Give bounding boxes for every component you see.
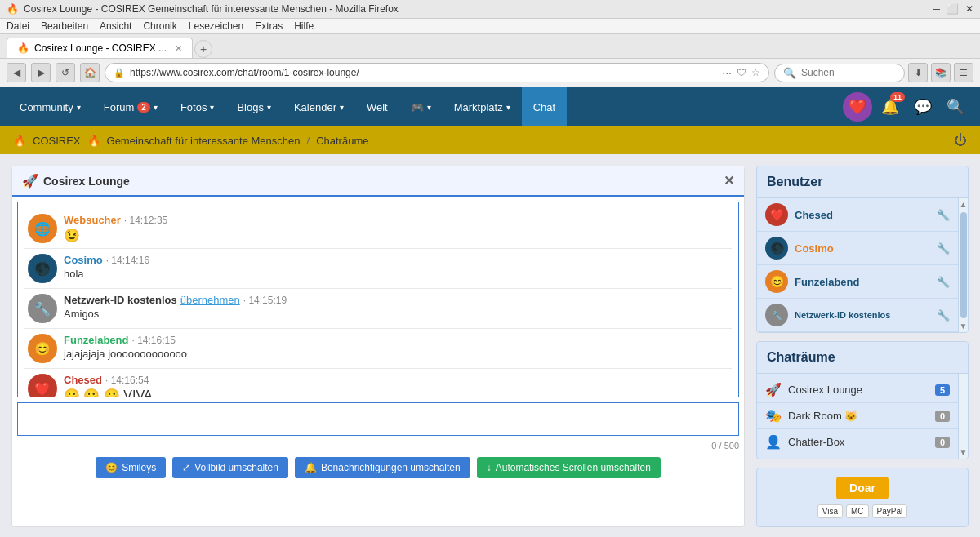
bookmark-icon[interactable]: ☆ — [751, 67, 760, 78]
bookmarks-button[interactable]: 📚 — [931, 63, 951, 82]
menu-datei[interactable]: Datei — [7, 20, 29, 32]
nav-chat[interactable]: Chat — [522, 87, 567, 126]
scroll-up-icon[interactable]: ▲ — [960, 200, 968, 209]
message-text: hola — [64, 268, 728, 280]
darkroom-name: Dark Room 🐱 — [788, 410, 929, 422]
chat-panel-close-button[interactable]: ✕ — [724, 173, 734, 189]
chat-input-field[interactable] — [18, 403, 738, 433]
browser-tab-active[interactable]: 🔥 Cosirex Lounge - COSIREX ... ✕ — [7, 38, 193, 58]
chatrooms-scroll-down-icon[interactable]: ▼ — [960, 448, 968, 457]
nav-marktplatz-label: Marktplatz — [454, 101, 503, 113]
power-icon[interactable]: ⏻ — [954, 133, 967, 148]
tab-close-icon[interactable]: ✕ — [175, 43, 182, 54]
menu-lesezeichen[interactable]: Lesezeichen — [189, 20, 243, 32]
nav-notifications-btn[interactable]: 🔔 11 — [874, 91, 906, 123]
menu-extras[interactable]: Extras — [255, 20, 283, 32]
close-btn[interactable]: ✕ — [965, 3, 973, 15]
back-button[interactable]: ◀ — [7, 63, 26, 82]
message-username[interactable]: Netzwerk-ID kostenlos — [64, 294, 177, 306]
minimize-btn[interactable]: ─ — [933, 3, 940, 15]
address-dots[interactable]: ··· — [722, 66, 732, 79]
smiley-icon: 😊 — [105, 462, 118, 473]
lounge-badge: 5 — [935, 384, 950, 396]
donar-button[interactable]: Doar — [836, 477, 889, 499]
message-username[interactable]: Chesed — [64, 374, 102, 386]
menu-bearbeiten[interactable]: Bearbeiten — [41, 20, 88, 32]
nav-kalender[interactable]: Kalender ▾ — [283, 87, 355, 126]
chat-message: ❤️ Chesed · 14:16:54 😀 😀 😀 VIVA — [24, 369, 732, 397]
download-button[interactable]: ⬇ — [908, 63, 928, 82]
netzwerk-wrench-icon[interactable]: 🔧 — [937, 309, 950, 322]
user-avatar-websucher: 🌐 — [28, 214, 57, 243]
menu-button[interactable]: ☰ — [954, 63, 973, 82]
user-item-funzelabend[interactable]: 😊 Funzelabend 🔧 — [757, 265, 958, 299]
message-username[interactable]: Funzelabend — [64, 334, 128, 346]
message-content: Websucher · 14:12:35 😉 — [64, 214, 728, 243]
nav-forum-label: Forum — [104, 101, 135, 113]
nav-blogs-label: Blogs — [237, 101, 264, 113]
chesed-wrench-icon[interactable]: 🔧 — [937, 209, 950, 221]
chesed-name: Chesed — [795, 209, 930, 221]
nav-search-btn[interactable]: 🔍 — [939, 91, 972, 123]
breadcrumb: 🔥 COSIREX 🔥 Gemeinschaft für interessant… — [0, 126, 980, 154]
chatroom-item-lounge[interactable]: 🚀 Cosirex Lounge 5 — [757, 377, 958, 403]
cosimo-wrench-icon[interactable]: 🔧 — [937, 242, 950, 255]
scroll-down-icon[interactable]: ▼ — [960, 322, 968, 331]
new-tab-button[interactable]: + — [194, 40, 212, 58]
restore-btn[interactable]: ⬜ — [947, 3, 959, 15]
fullscreen-icon: ⤢ — [182, 462, 190, 473]
chatroom-item-chatterbox[interactable]: 👤 Chatter-Box 0 — [757, 429, 958, 455]
chatroom-item-darkroom[interactable]: 🎭 Dark Room 🐱 0 — [757, 403, 958, 429]
user-item-cosimo[interactable]: 🌑 Cosimo 🔧 — [757, 232, 958, 265]
user-item-netzwerk[interactable]: 🔧 Netzwerk-ID kostenlos 🔧 — [757, 299, 958, 332]
users-scrollbar[interactable]: ▲ ▼ — [958, 198, 968, 332]
nav-community-label: Community — [20, 101, 74, 113]
smileys-button[interactable]: 😊 Smileys — [96, 457, 166, 478]
funzelabend-wrench-icon[interactable]: 🔧 — [937, 276, 950, 288]
message-time: · 14:14:16 — [106, 255, 149, 266]
netzwerk-name: Netzwerk-ID kostenlos — [795, 310, 930, 320]
message-text: jajajajaja jooooooooooooo — [64, 348, 728, 360]
nav-marktplatz[interactable]: Marktplatz ▾ — [443, 87, 522, 126]
chat-message: 🔧 Netzwerk-ID kostenlos übernehmen · 14:… — [24, 289, 732, 329]
chat-buttons-row: 😊 Smileys ⤢ Vollbild umschalten 🔔 Benach… — [12, 452, 744, 486]
nav-fotos[interactable]: Fotos ▾ — [169, 87, 226, 126]
menu-chronik[interactable]: Chronik — [143, 20, 176, 32]
browser-title: Cosirex Lounge - COSIREX Gemeinschaft fü… — [24, 3, 399, 15]
search-bar[interactable]: 🔍 — [774, 64, 905, 82]
chat-messages-container[interactable]: 🌐 Websucher · 14:12:35 😉 🌑 Cosimo · 14:1… — [17, 202, 739, 397]
message-username[interactable]: Cosimo — [64, 254, 103, 266]
autoscroll-button[interactable]: ↓ Automatisches Scrollen umschalten — [477, 457, 661, 478]
search-input[interactable] — [801, 67, 883, 78]
fullscreen-button[interactable]: ⤢ Vollbild umschalten — [172, 457, 288, 478]
message-text: Amigos — [64, 308, 728, 320]
url-text: https://www.cosirex.com/chat/room/1-cosi… — [130, 67, 717, 78]
nav-fotos-label: Fotos — [180, 101, 207, 113]
nav-avatar-btn[interactable]: ❤️ — [841, 91, 874, 123]
message-link[interactable]: übernehmen — [180, 294, 240, 306]
nav-community[interactable]: Community ▾ — [8, 87, 92, 126]
funzelabend-name: Funzelabend — [795, 276, 930, 288]
address-bar[interactable]: 🔒 https://www.cosirex.com/chat/room/1-co… — [105, 63, 769, 82]
chesed-avatar: ❤️ — [765, 203, 788, 226]
nav-games[interactable]: 🎮 ▾ — [399, 87, 443, 126]
nav-chat-icon-btn[interactable]: 💬 — [906, 91, 939, 123]
funzelabend-avatar: 😊 — [765, 270, 788, 293]
nav-welt[interactable]: Welt — [355, 87, 399, 126]
notifications-toggle-button[interactable]: 🔔 Benachrichtigungen umschalten — [295, 457, 470, 478]
chatrooms-scrollbar[interactable]: ▼ — [958, 374, 968, 459]
user-item-chesed[interactable]: ❤️ Chesed 🔧 — [757, 198, 958, 232]
browser-toolbar: ◀ ▶ ↺ 🏠 🔒 https://www.cosirex.com/chat/r… — [0, 59, 980, 87]
payment-icons-row: Visa MC PayPal — [765, 504, 960, 518]
nav-forum[interactable]: Forum 2 ▾ — [92, 87, 169, 126]
nav-blogs[interactable]: Blogs ▾ — [225, 87, 283, 126]
menu-ansicht[interactable]: Ansicht — [100, 20, 131, 32]
message-username[interactable]: Websucher — [64, 214, 121, 226]
mastercard-icon: MC — [846, 504, 869, 518]
breadcrumb-section[interactable]: Chaträume — [316, 135, 368, 147]
forward-button[interactable]: ▶ — [31, 63, 51, 82]
menu-hilfe[interactable]: Hilfe — [294, 20, 314, 32]
breadcrumb-site: COSIREX — [33, 135, 81, 147]
home-button[interactable]: 🏠 — [80, 63, 100, 82]
reload-button[interactable]: ↺ — [56, 63, 75, 82]
